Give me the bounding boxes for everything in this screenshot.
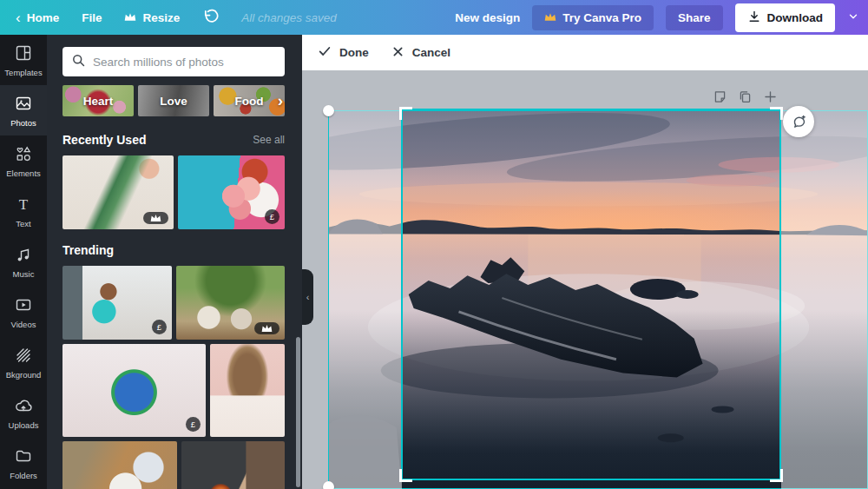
undo-icon <box>202 8 219 27</box>
chip-love[interactable]: Love <box>138 85 209 116</box>
sidebar-item-elements[interactable]: Elements <box>0 135 47 186</box>
elements-icon <box>14 144 33 165</box>
crop-frame[interactable] <box>401 109 781 480</box>
photo-thumb-globe-hands[interactable]: £ <box>62 344 206 437</box>
crop-handle-top-left[interactable] <box>399 107 412 120</box>
sidebar-item-videos[interactable]: Videos <box>0 287 47 337</box>
save-status: All changes saved <box>241 11 337 24</box>
add-comment-button[interactable] <box>783 106 814 137</box>
sidebar-item-music[interactable]: Music <box>0 236 47 287</box>
cancel-button[interactable]: Cancel <box>391 45 450 61</box>
selection-handle-top-left[interactable] <box>323 105 334 116</box>
panel-collapse-tab[interactable]: ‹ <box>302 269 313 325</box>
done-button[interactable]: Done <box>318 44 369 61</box>
crop-handle-bottom-right[interactable] <box>770 469 783 482</box>
check-icon <box>318 44 332 61</box>
paid-badge: £ <box>152 320 167 334</box>
add-page-icon[interactable] <box>763 89 778 108</box>
file-label: File <box>82 11 102 24</box>
sidebar-item-photos[interactable]: Photos <box>0 85 47 135</box>
pro-crown-badge <box>254 322 279 334</box>
download-icon <box>747 10 761 26</box>
panel-scrollbar-thumb[interactable] <box>296 337 300 487</box>
chevron-down-icon <box>847 10 859 25</box>
undo-button[interactable] <box>202 8 219 27</box>
photo-thumb-girl-long-hair[interactable] <box>210 344 285 437</box>
resize-button[interactable]: Resize <box>124 11 180 24</box>
home-button[interactable]: ‹ Home <box>16 10 59 25</box>
notes-icon[interactable] <box>713 89 727 108</box>
photo-thumb-fireplace[interactable] <box>181 441 285 489</box>
music-icon <box>14 245 33 266</box>
uploads-cloud-icon <box>14 396 33 417</box>
try-canva-pro-button[interactable]: Try Canva Pro <box>532 5 654 30</box>
crown-icon <box>124 11 136 24</box>
photos-panel: Heart Love Food › Recently Used See all <box>47 35 302 489</box>
main-area: Templates Photos Elements <box>0 35 868 489</box>
photo-thumb-outdoor-dinner[interactable] <box>176 266 285 340</box>
sidebar-item-uploads[interactable]: Uploads <box>0 387 47 438</box>
crop-handle-top-right[interactable] <box>770 107 783 120</box>
category-chips: Heart Love Food › <box>62 85 285 116</box>
file-menu[interactable]: File <box>82 11 102 24</box>
top-bar: ‹ Home File Resize All changes <box>0 0 868 35</box>
chip-food[interactable]: Food <box>214 85 285 116</box>
search-icon <box>71 53 86 71</box>
sidebar-item-background[interactable]: Bkground <box>0 337 47 387</box>
crop-handle-bottom-left[interactable] <box>399 469 412 482</box>
sidebar-item-templates[interactable]: Templates <box>0 35 47 85</box>
duplicate-page-icon[interactable] <box>738 89 753 108</box>
collapse-chevron-icon: ‹ <box>306 292 310 302</box>
background-icon <box>14 346 33 367</box>
search-box <box>62 47 285 76</box>
close-icon <box>391 45 404 61</box>
photo-thumb-kitchen-sink[interactable] <box>62 441 177 489</box>
sidebar-item-folders[interactable]: Folders <box>0 438 47 488</box>
resize-label: Resize <box>142 11 180 24</box>
home-label: Home <box>27 11 60 24</box>
svg-text:T: T <box>19 196 29 213</box>
pro-crown-badge <box>143 212 168 224</box>
chips-scroll-right-chevron[interactable]: › <box>278 85 283 116</box>
folders-icon <box>14 446 33 467</box>
chip-heart[interactable]: Heart <box>62 85 134 116</box>
paid-badge: £ <box>186 417 201 432</box>
download-button[interactable]: Download <box>735 3 836 32</box>
new-design-button[interactable]: New design <box>455 11 520 24</box>
download-options-chevron[interactable] <box>847 10 859 25</box>
crown-icon <box>544 11 556 24</box>
photos-icon <box>14 94 33 115</box>
paid-badge: £ <box>265 209 279 224</box>
search-input[interactable] <box>93 56 276 69</box>
photo-thumb-palm-leaf[interactable] <box>62 155 174 229</box>
videos-icon <box>14 295 33 316</box>
recently-used-title: Recently Used <box>62 133 146 147</box>
canvas-workspace[interactable] <box>302 70 868 489</box>
canvas-column: Done Cancel <box>302 35 868 489</box>
crop-toolbar: Done Cancel <box>302 35 868 70</box>
photo-thumb-workout-man[interactable]: £ <box>62 266 172 340</box>
text-icon: T <box>14 195 33 215</box>
canva-editor: ‹ Home File Resize All changes <box>0 0 868 489</box>
templates-icon <box>14 43 33 64</box>
trending-title: Trending <box>62 243 114 257</box>
selection-handle-bottom-left[interactable] <box>323 481 334 489</box>
photo-thumb-woman-flowers[interactable]: £ <box>178 155 285 229</box>
sidebar-rail: Templates Photos Elements <box>0 35 47 489</box>
share-button[interactable]: Share <box>666 5 723 30</box>
back-chevron-icon: ‹ <box>16 10 21 25</box>
see-all-link[interactable]: See all <box>253 134 285 146</box>
sidebar-item-text[interactable]: T Text <box>0 186 47 236</box>
